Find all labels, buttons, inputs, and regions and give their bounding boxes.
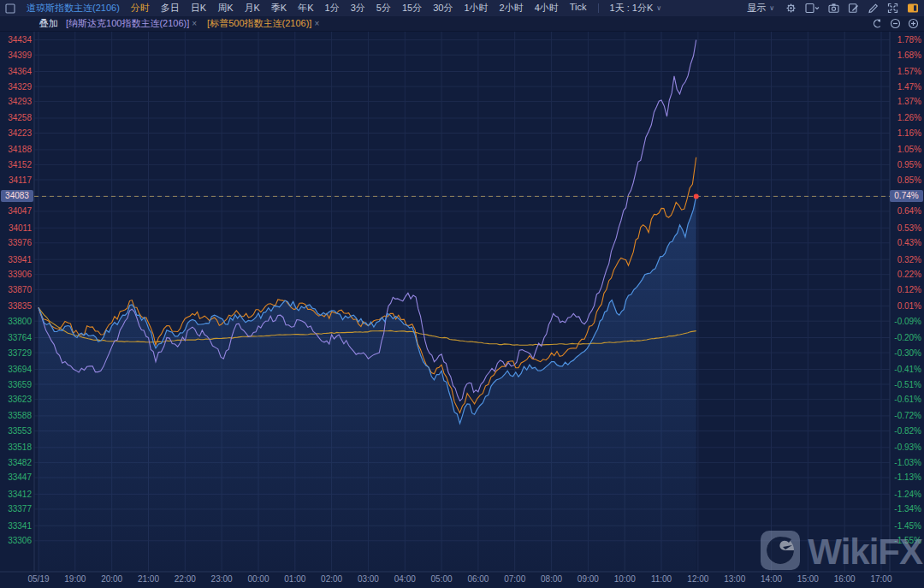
time-axis-tick: 06:00 (459, 574, 497, 584)
price-axis-tick: 34434 (0, 34, 32, 45)
overlay-chip-1[interactable]: [标普500指数主连(2106)]× (207, 17, 319, 30)
period-tab-3分[interactable]: 3分 (351, 2, 365, 15)
period-tab-timeshare-selected[interactable]: 分时 (131, 2, 150, 15)
display-menu[interactable]: 显示 ∨ (747, 2, 774, 15)
period-tab-5分[interactable]: 5分 (376, 2, 391, 15)
toolbar-icons (785, 3, 919, 14)
price-axis-tick: 33341 (0, 520, 32, 532)
time-axis-tick: 03:00 (349, 574, 387, 584)
pct-axis-tick: 0.85% (891, 175, 921, 186)
pct-axis-tick: -0.82% (891, 425, 921, 437)
price-axis-tick: 33835 (0, 300, 32, 312)
price-axis-tick: 34152 (0, 159, 32, 170)
interval-combo[interactable]: 1天 : 1分K ∨ (610, 2, 662, 15)
period-tab-Tick[interactable]: Tick (570, 2, 587, 15)
layout-select-icon[interactable] (805, 3, 820, 14)
timeshare-chart[interactable] (0, 0, 924, 588)
price-axis-tick: 34329 (0, 81, 32, 92)
time-axis-tick: 08:00 (533, 574, 571, 584)
panel-orange-icon[interactable] (907, 3, 919, 14)
time-axis-tick: 16:00 (826, 574, 863, 584)
pct-axis-tick: -0.72% (891, 410, 921, 421)
price-axis-tick: 34117 (0, 175, 32, 186)
pct-axis-tick: 1.05% (891, 144, 921, 155)
price-axis-tick: 33694 (0, 364, 32, 375)
period-tab-1分[interactable]: 1分 (325, 2, 340, 15)
close-icon[interactable]: × (314, 19, 319, 28)
price-axis-tick: 33623 (0, 394, 32, 405)
price-axis-tick: 33764 (0, 332, 32, 343)
symbol-title[interactable]: 道琼斯指数主连(2106) (27, 2, 120, 15)
pct-axis-tick: -1.45% (891, 520, 921, 532)
overlay-chips: [纳斯达克100指数主连(2106)]×[标普500指数主连(2106)]× (66, 17, 319, 30)
pct-axis-tick: 1.16% (891, 128, 921, 139)
pct-axis-tick: -0.41% (891, 364, 921, 375)
price-axis-tick: 34188 (0, 144, 32, 155)
time-axis-tick: 21:00 (129, 574, 167, 584)
price-axis-tick: 34364 (0, 66, 32, 77)
pct-axis-tick: 1.26% (891, 112, 921, 123)
pct-axis-tick: 1.68% (891, 50, 921, 61)
price-axis-tick: 33518 (0, 442, 32, 453)
time-axis-tick: 15:00 (789, 574, 826, 584)
price-axis-tick: 33941 (0, 254, 32, 265)
period-tab-年K[interactable]: 年K (298, 2, 313, 15)
period-tab-多日[interactable]: 多日 (161, 2, 180, 15)
pct-axis-tick: 1.47% (891, 81, 921, 92)
camera-icon[interactable] (828, 3, 839, 14)
pct-axis-tick: 0.53% (891, 223, 921, 234)
price-axis-tick: 34399 (0, 50, 32, 61)
watchlist-panel-icon[interactable] (5, 3, 15, 14)
period-tab-周K[interactable]: 周K (217, 2, 233, 15)
price-axis-tick: 34223 (0, 128, 32, 139)
period-tab-1小时[interactable]: 1小时 (464, 2, 488, 15)
pct-axis-tick: 0.32% (891, 254, 921, 265)
price-axis-tick: 33870 (0, 284, 32, 295)
period-tab-4小时[interactable]: 4小时 (535, 2, 559, 15)
period-tab-月K[interactable]: 月K (244, 2, 259, 15)
period-tab-季K[interactable]: 季K (271, 2, 287, 15)
time-axis-tick: 19:00 (56, 574, 94, 584)
time-axis-tick: 01:00 (276, 574, 314, 584)
period-tab-日K[interactable]: 日K (191, 2, 206, 15)
period-tab-30分[interactable]: 30分 (433, 2, 453, 15)
pct-axis-tick: 0.43% (891, 237, 921, 248)
price-axis-tick: 33553 (0, 425, 32, 437)
time-axis-tick: 23:00 (203, 574, 240, 584)
settings-gear-icon[interactable] (785, 3, 797, 14)
price-axis-tick: 33447 (0, 472, 32, 483)
time-axis-tick: 11:00 (643, 574, 680, 584)
interval-combo-label: 1天 : 1分K (610, 2, 654, 15)
toolbar-divider (598, 3, 599, 13)
price-axis-tick: 33377 (0, 503, 32, 514)
overlay-chip-label: [标普500指数主连(2106)] (207, 18, 311, 28)
pct-axis-tick: -0.09% (891, 316, 921, 327)
time-axis-tick: 04:00 (386, 574, 424, 584)
time-axis-tick: 05:00 (423, 574, 460, 584)
time-axis-tick: 17:00 (862, 574, 900, 584)
overlay-chip-0[interactable]: [纳斯达克100指数主连(2106)]× (66, 17, 197, 30)
time-axis-tick: 09:00 (569, 574, 607, 584)
zoom-in-icon[interactable] (908, 18, 919, 29)
pencil-icon[interactable] (868, 3, 879, 14)
top-toolbar: 道琼斯指数主连(2106) 分时 多日日K周K月K季K年K1分3分5分15分30… (0, 0, 924, 16)
fullscreen-icon[interactable] (887, 3, 898, 14)
period-tabs: 多日日K周K月K季K年K1分3分5分15分30分1小时2小时4小时Tick (161, 2, 587, 15)
period-tab-15分[interactable]: 15分 (402, 2, 422, 15)
price-axis-tick: 33906 (0, 269, 32, 280)
pct-axis-tick: -0.20% (891, 332, 921, 343)
close-icon[interactable]: × (192, 19, 197, 28)
note-edit-icon[interactable] (848, 3, 859, 14)
pct-axis-tick: 1.78% (891, 34, 921, 45)
pct-axis-tick: -0.30% (891, 347, 921, 359)
price-axis-tick: 33306 (0, 535, 32, 546)
price-axis-tick: 33976 (0, 237, 32, 248)
period-tab-2小时[interactable]: 2小时 (500, 2, 524, 15)
main-series-area (38, 196, 696, 572)
time-axis-tick: 10:00 (606, 574, 643, 584)
display-menu-label: 显示 (747, 2, 766, 15)
undo-icon[interactable] (872, 18, 883, 29)
pct-axis-tick: 1.37% (891, 96, 921, 107)
pct-axis-tick: 0.01% (891, 300, 921, 312)
zoom-out-icon[interactable] (890, 18, 901, 29)
